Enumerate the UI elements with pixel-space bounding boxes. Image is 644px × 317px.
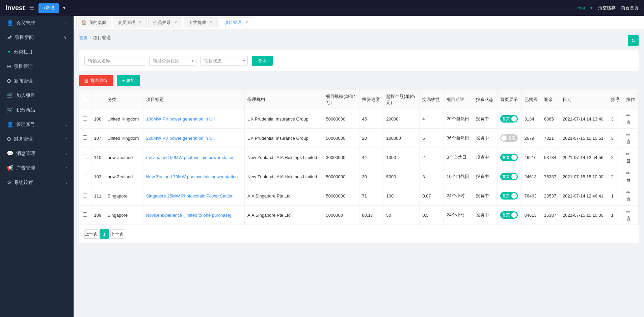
edit-button[interactable]: ✏ [626,113,636,118]
row-date: 2021-07-15 15:15:51 [560,129,608,148]
project-title-link[interactable]: New Zealand 79MW photovoltaic power stat… [146,174,238,179]
row-checkbox[interactable] [83,174,87,178]
menu-icon[interactable]: ☰ [29,4,34,12]
row-actions: ✏ 🗑 [623,109,639,129]
table-row: 110 new Zealand ew Zealand 50MW photovol… [79,148,639,167]
edit-button[interactable]: ✏ [626,190,636,195]
homepage-toggle[interactable]: 普通 [500,134,518,142]
delete-button[interactable]: 🗑 [626,196,636,202]
next-page-button[interactable]: 下一页 [110,229,124,239]
row-min-invest: 100000 [383,129,420,148]
clear-cache-button[interactable]: 清空缓存 [598,5,616,11]
frontend-home-button[interactable]: 前台首页 [621,5,639,11]
row-checkbox[interactable] [83,135,87,140]
add-button[interactable]: +新增 [38,3,59,13]
sidebar-item-category-menu[interactable]: ✦ 分类栏目 [0,45,74,59]
tab-downline-achievement[interactable]: 下线提成 ✕ [184,17,218,28]
edit-button[interactable]: ✏ [626,209,636,214]
tab-member-management[interactable]: 会员管理 ✕ [113,17,147,28]
sidebar-item-join-project[interactable]: 🛒 加入项目 [0,88,74,103]
row-date: 2021-07-14 12:46:41 [560,186,608,206]
project-title-link[interactable]: ew Zealand 50MW photovoltaic power stati… [146,155,235,160]
row-status: 投资中 [473,109,498,129]
page-1-button[interactable]: 1 [100,229,109,239]
sidebar-item-system-settings[interactable]: ⚙ 系统设置 ‹ [0,175,74,190]
row-date: 2021-07-15 15:10:00 [560,167,608,186]
sidebar-item-news-management[interactable]: ⊕ 新闻管理 [0,74,74,88]
chevron-down-icon: ∨ [64,35,67,40]
project-title-link[interactable]: 220MW PV power generation in UK [146,136,215,141]
sidebar-item-member-management[interactable]: 👤 会员管理 ‹ [0,16,74,30]
homepage-toggle[interactable]: 首页 [500,154,518,161]
row-checkbox[interactable] [83,193,87,197]
sidebar-item-manage-account[interactable]: 👤 管理账号 ‹ [0,117,74,132]
data-table: 分类 项目标题 保理机构 项目规模(单位/万) 投资进度 起投金额(单位/元) … [79,90,639,225]
topbar: invest ☰ +新增 ▾ root ▾ 清空缓存 前台首页 [0,0,644,16]
account-icon: 👤 [7,121,14,128]
name-search-input[interactable] [84,56,145,66]
row-category: new Zealand [105,167,143,186]
homepage-toggle[interactable]: 首页 [500,115,518,123]
user-label[interactable]: root [578,5,585,10]
delete-button[interactable]: 🗑 [626,216,636,221]
project-title-link[interactable]: Singapore 25MW Photovoltaic Power Statio… [146,193,234,199]
row-progress: 30 [359,167,383,186]
delete-button[interactable]: 🗑 [626,120,636,125]
edit-button[interactable]: ✏ [626,132,636,137]
tabs-bar: 🏠 我的桌面 会员管理 ✕ 会员关系 ✕ 下线提成 ✕ 项目管理 ✕ [74,16,644,29]
row-status: 投资中 [473,129,498,148]
tab-close-icon[interactable]: ✕ [245,20,248,25]
col-scale: 项目规模(单位/万) [323,90,359,109]
pagination: 上一页 1 下一页 [79,225,639,243]
sidebar-item-points-shop[interactable]: 🛒 积分商品 [0,103,74,117]
row-purchased: 84613 [521,206,541,225]
prev-page-button[interactable]: 上一页 [84,229,98,239]
delete-button[interactable]: 🗑 [626,177,636,183]
tab-member-relation[interactable]: 会员关系 ✕ [148,17,182,28]
row-checkbox[interactable] [83,212,87,217]
status-select-wrapper: 项目状态 投资中 已完成 ▾ [200,56,248,66]
breadcrumb-home[interactable]: 首页 [79,35,88,41]
tab-dashboard[interactable]: 🏠 我的桌面 [76,17,111,28]
row-checkbox[interactable] [83,155,87,159]
add-item-button[interactable]: + 添加 [117,75,140,86]
sidebar-item-message-management[interactable]: 💬 消息管理 ‹ [0,146,74,161]
category-select[interactable]: 项目分类栏目 分类1 分类2 [149,56,196,66]
sidebar-item-label: 财务管理 [14,136,33,142]
tab-label: 会员管理 [118,20,135,26]
row-status: 投资中 [473,148,498,167]
row-duration: 3个自然日 [444,148,473,167]
sidebar-item-project-management[interactable]: ⊕ 项目管理 [0,59,74,74]
row-purchased: 24613 [521,167,541,186]
sidebar-item-finance-management[interactable]: ⊙ 财务管理 ‹ [0,132,74,146]
homepage-toggle[interactable]: 首页 [500,211,518,219]
col-category: 分类 [105,90,143,109]
row-remaining: 6865 [541,109,560,129]
project-title-link[interactable]: Novice experience [limited to one purcha… [146,213,231,218]
edit-button[interactable]: ✏ [626,170,636,176]
sidebar-item-ad-management[interactable]: 📢 广告管理 ‹ [0,161,74,175]
row-progress: 80.17 [359,206,383,225]
query-button[interactable]: 查询 [252,56,273,66]
refresh-button[interactable]: ↻ [628,35,639,46]
select-all-checkbox[interactable] [83,97,87,101]
chevron-left-icon: ‹ [65,137,67,141]
tab-close-icon[interactable]: ✕ [174,20,177,25]
tab-project-management[interactable]: 项目管理 ✕ [219,17,253,28]
bulk-delete-button[interactable]: 🗑 批量删除 [79,75,113,86]
edit-button[interactable]: ✏ [626,151,636,157]
sidebar-item-project-news[interactable]: 🗞 项目新闻 ∨ [0,30,74,45]
project-title-link[interactable]: 100MW PV power generation in UK [146,116,215,122]
homepage-toggle[interactable]: 首页 [500,173,518,180]
delete-button[interactable]: 🗑 [626,139,636,144]
delete-button[interactable]: 🗑 [626,158,636,163]
dropdown-arrow-icon[interactable]: ▾ [63,5,65,10]
tab-close-icon[interactable]: ✕ [210,20,213,25]
status-select[interactable]: 项目状态 投资中 已完成 [200,56,248,66]
row-checkbox[interactable] [83,116,87,121]
tab-label: 下线提成 [189,20,206,26]
tab-close-icon[interactable]: ✕ [139,20,142,25]
row-sort: 3 [608,109,623,129]
homepage-toggle[interactable]: 首页 [500,192,518,200]
user-dropdown-icon[interactable]: ▾ [590,5,593,10]
